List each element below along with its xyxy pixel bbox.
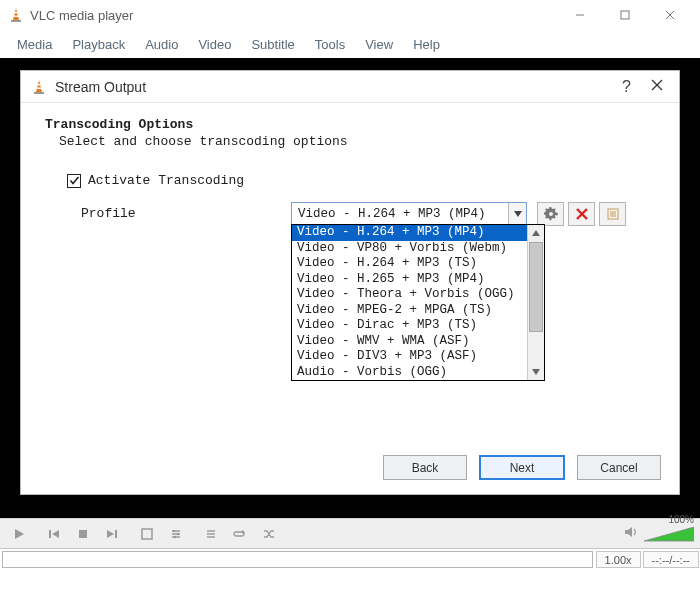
back-button[interactable]: Back	[383, 455, 467, 480]
scroll-thumb[interactable]	[529, 242, 543, 332]
menu-playback[interactable]: Playback	[63, 33, 134, 56]
window-title: VLC media player	[30, 8, 557, 23]
chevron-down-icon	[508, 203, 526, 224]
svg-marker-14	[514, 211, 522, 217]
svg-rect-26	[79, 530, 87, 538]
profile-select-value: Video - H.264 + MP3 (MP4)	[292, 207, 508, 221]
svg-rect-28	[115, 530, 117, 538]
svg-marker-8	[36, 80, 42, 92]
play-button[interactable]	[6, 523, 32, 545]
dialog-body: Transcoding Options Select and choose tr…	[21, 103, 679, 445]
svg-marker-0	[13, 8, 19, 20]
dialog-close-button[interactable]	[645, 79, 669, 94]
maximize-button[interactable]	[602, 0, 647, 30]
svg-point-33	[173, 529, 176, 532]
loop-button[interactable]	[227, 523, 253, 545]
volume-slider[interactable]: 100%	[644, 525, 694, 543]
scroll-up-icon[interactable]	[528, 225, 544, 241]
svg-marker-23	[15, 529, 24, 539]
dialog-help-button[interactable]: ?	[608, 78, 645, 96]
svg-rect-3	[14, 16, 19, 17]
stop-button[interactable]	[70, 523, 96, 545]
volume-control[interactable]: 100%	[624, 525, 694, 543]
profile-label: Profile	[81, 202, 281, 221]
profile-option[interactable]: Video - H.265 + MP3 (MP4)	[292, 272, 527, 288]
menu-help[interactable]: Help	[404, 33, 449, 56]
time-display: --:--/--:--	[643, 551, 699, 568]
profile-option[interactable]: Video - DIV3 + MP3 (ASF)	[292, 349, 527, 365]
next-track-button[interactable]	[99, 523, 125, 545]
page-heading: Transcoding Options	[45, 117, 655, 132]
menu-audio[interactable]: Audio	[136, 33, 187, 56]
profile-option[interactable]: Video - Theora + Vorbis (OGG)	[292, 287, 527, 303]
speaker-icon	[624, 525, 640, 542]
svg-rect-1	[11, 20, 21, 22]
vlc-cone-icon	[8, 7, 24, 23]
new-profile-button[interactable]	[599, 202, 626, 226]
activate-transcoding-label: Activate Transcoding	[88, 173, 244, 188]
profile-select[interactable]: Video - H.264 + MP3 (MP4)	[291, 202, 527, 225]
shuffle-button[interactable]	[256, 523, 282, 545]
svg-rect-11	[37, 87, 42, 88]
svg-rect-24	[49, 530, 51, 538]
scroll-down-icon[interactable]	[528, 364, 544, 380]
profile-option[interactable]: Video - H.264 + MP3 (MP4)	[292, 225, 527, 241]
svg-marker-40	[625, 527, 632, 537]
playback-speed[interactable]: 1.00x	[596, 551, 641, 568]
profile-option[interactable]: Audio - Vorbis (OGG)	[292, 365, 527, 381]
svg-rect-10	[37, 84, 41, 85]
stream-output-dialog: Stream Output ? Transcoding Options Sele…	[20, 70, 680, 495]
dropdown-scrollbar[interactable]	[527, 225, 544, 380]
menu-media[interactable]: Media	[8, 33, 61, 56]
dialog-title: Stream Output	[55, 79, 608, 95]
profile-option[interactable]: Video - H.264 + MP3 (TS)	[292, 256, 527, 272]
extended-settings-button[interactable]	[163, 523, 189, 545]
svg-rect-2	[14, 12, 18, 13]
delete-profile-button[interactable]	[568, 202, 595, 226]
svg-marker-15	[532, 230, 540, 236]
fullscreen-button[interactable]	[134, 523, 160, 545]
activate-transcoding-checkbox[interactable]: Activate Transcoding	[67, 173, 655, 188]
menu-tools[interactable]: Tools	[306, 33, 354, 56]
vlc-cone-icon	[31, 79, 47, 95]
playback-controlbar: 100%	[0, 518, 700, 548]
minimize-button[interactable]	[557, 0, 602, 30]
profile-option[interactable]: Video - WMV + WMA (ASF)	[292, 334, 527, 350]
menu-video[interactable]: Video	[189, 33, 240, 56]
statusbar: 1.00x --:--/--:--	[0, 548, 700, 570]
playlist-button[interactable]	[198, 523, 224, 545]
page-subheading: Select and choose transcoding options	[59, 134, 655, 149]
menu-view[interactable]: View	[356, 33, 402, 56]
svg-point-35	[174, 535, 177, 538]
edit-profile-button[interactable]	[537, 202, 564, 226]
profile-dropdown: Video - H.264 + MP3 (MP4) Video - VP80 +…	[291, 224, 545, 381]
svg-marker-41	[644, 527, 694, 541]
profile-option[interactable]: Video - Dirac + MP3 (TS)	[292, 318, 527, 334]
svg-marker-25	[52, 530, 59, 538]
svg-rect-5	[621, 11, 629, 19]
seek-bar[interactable]	[2, 551, 593, 568]
dialog-button-row: Back Next Cancel	[21, 445, 679, 494]
svg-marker-27	[107, 530, 114, 538]
volume-percent: 100%	[668, 514, 694, 525]
svg-marker-16	[532, 369, 540, 375]
checkbox-icon	[67, 174, 81, 188]
svg-rect-9	[34, 92, 44, 94]
close-button[interactable]	[647, 0, 692, 30]
menubar: Media Playback Audio Video Subtitle Tool…	[0, 30, 700, 58]
window-titlebar: VLC media player	[0, 0, 700, 30]
menu-subtitle[interactable]: Subtitle	[242, 33, 303, 56]
profile-option[interactable]: Video - VP80 + Vorbis (Webm)	[292, 241, 527, 257]
video-stage: Stream Output ? Transcoding Options Sele…	[0, 58, 700, 518]
next-button[interactable]: Next	[479, 455, 565, 480]
dialog-titlebar: Stream Output ?	[21, 71, 679, 103]
profile-option[interactable]: Video - MPEG-2 + MPGA (TS)	[292, 303, 527, 319]
svg-rect-29	[142, 529, 152, 539]
prev-track-button[interactable]	[41, 523, 67, 545]
cancel-button[interactable]: Cancel	[577, 455, 661, 480]
svg-point-34	[177, 532, 180, 535]
